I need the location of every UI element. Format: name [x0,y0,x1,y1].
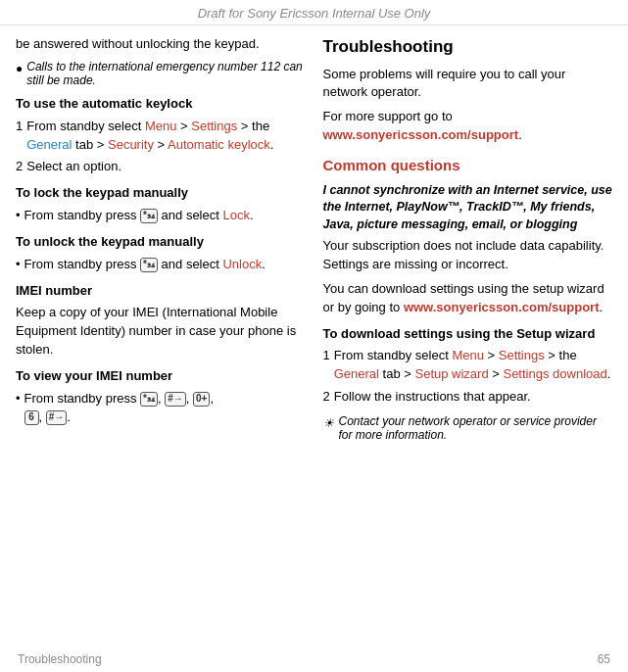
step-2-text: Select an option. [26,158,121,176]
left-column: be answered without unlocking the keypad… [16,35,306,442]
download-steps: 1 From standby select Menu > Settings > … [323,347,613,407]
header: Draft for Sony Ericsson Internal Use Onl… [0,0,628,25]
download-heading: To download settings using the Setup wiz… [323,325,613,344]
imei-text: Keep a copy of your IMEI (International … [16,304,306,360]
faq-answer2: You can download settings using the setu… [323,280,613,317]
imei-view-heading: To view your IMEI number [16,367,306,386]
contact-note: ☀ Contact your network operator or servi… [323,414,613,442]
key-six: 6 [24,410,39,425]
imei-view-bullet: • From standby press *₃₄, #→, 0+, 6, #→. [16,390,306,427]
key-zero-plus: 0+ [193,392,210,407]
asterisk-icon-lock: *₃₄ [140,209,158,223]
footer-right: 65 [598,652,610,666]
tip-icon: ☀ [323,416,334,430]
step-1-text: From standby select Menu > Settings > th… [26,118,305,155]
step-2: 2 Select an option. [16,158,306,176]
troubleshooting-title: Troubleshooting [323,35,613,60]
unlock-heading: To unlock the keypad manually [16,233,306,252]
info-icon: ● [16,62,23,75]
auto-keylock-steps: 1 From standby select Menu > Settings > … [16,118,306,177]
key-hash-arrow2: #→ [46,410,68,425]
lock-heading: To lock the keypad manually [16,184,306,203]
emergency-note-text: Calls to the international emergency num… [26,60,305,87]
faq-question: I cannot synchronize with an Internet se… [323,182,613,234]
unlock-bullet: • From standby press *₃₄ and select Unlo… [16,256,306,274]
download-step-2: 2 Follow the instructions that appear. [323,388,613,407]
emergency-note: ● Calls to the international emergency n… [16,60,306,87]
header-text: Draft for Sony Ericsson Internal Use Onl… [0,0,628,25]
troubleshooting-p1: Some problems will require you to call y… [323,66,613,103]
key-hash-arrow: #→ [165,392,186,407]
common-questions-title: Common questions [323,155,613,176]
key-asterisk: *₃₄ [140,392,158,407]
footer-left: Troubleshooting [18,652,102,666]
lock-bullet: • From standby press *₃₄ and select Lock… [16,207,306,225]
imei-heading: IMEI number [16,282,306,301]
asterisk-icon-unlock: *₃₄ [140,258,158,272]
faq-answer1: Your subscription does not include data … [323,237,613,274]
security-link: Security [108,137,154,152]
auto-keylock-heading: To use the automatic keylock [16,95,306,114]
intro-text: be answered without unlocking the keypad… [16,35,306,54]
step-1: 1 From standby select Menu > Settings > … [16,118,306,155]
troubleshooting-p2: For more support go to www.sonyericsson.… [323,108,613,145]
download-step-1: 1 From standby select Menu > Settings > … [323,347,613,384]
contact-note-text: Contact your network operator or service… [339,414,613,442]
right-column: Troubleshooting Some problems will requi… [323,35,613,442]
download-step-2-text: Follow the instructions that appear. [334,388,531,407]
